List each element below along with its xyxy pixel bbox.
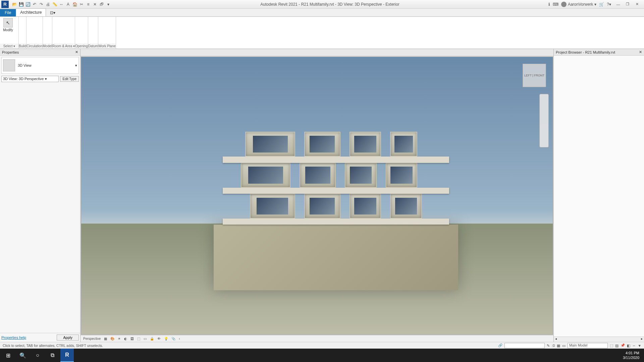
temp-hide-icon[interactable]: 👁 (157, 337, 161, 341)
main-model-dropdown[interactable]: Main Model (568, 343, 608, 348)
properties-help-link[interactable]: Properties help (1, 336, 26, 340)
qat-switch-icon[interactable]: 🗗 (99, 1, 105, 7)
status-hint: Click to select, TAB for alternates, CTR… (3, 344, 103, 348)
browser-tree[interactable] (554, 56, 644, 337)
search-icon[interactable]: 🔍 (16, 349, 30, 362)
crop-region-icon[interactable]: ▭ (143, 337, 147, 341)
filter-icon[interactable]: ▼ (638, 344, 641, 348)
design-options-icon[interactable]: ▦ (557, 344, 560, 348)
qat-dim-icon[interactable]: ↔ (58, 1, 64, 7)
window-restore[interactable]: ❐ (623, 1, 632, 8)
ribbon-tab-architecture[interactable]: Architecture (16, 8, 46, 16)
detail-level-icon[interactable]: ▦ (103, 337, 108, 341)
model-groups-icon[interactable]: ▭ (562, 344, 566, 348)
title-bar: R 📂 💾 🔄 ↶ ↷ 🖨 📏 ↔ A 🏠 ✂ ≡ ✕ 🗗 ▾ Autodesk… (0, 0, 644, 9)
clock-date: 3/11/2020 (623, 355, 639, 360)
ribbon-expander-icon[interactable]: ⊡▾ (46, 9, 59, 16)
render-icon[interactable]: 🖼 (130, 337, 135, 341)
qat-open-icon[interactable]: 📂 (11, 1, 17, 7)
main-row: Properties ✕ 3D View ▾ 3D View: 3D Persp… (0, 49, 644, 342)
select-underlay-icon[interactable]: ▨ (615, 344, 619, 348)
ribbon-tabs: File Architecture ⊡▾ (0, 9, 644, 17)
panel-label-build: Build (19, 44, 26, 49)
panel-label-workplane: Work Plane (98, 44, 116, 49)
user-chip[interactable]: AaronVorwerk ▾ (561, 2, 596, 7)
browser-header[interactable]: Project Browser - R21 Multifamily.rvt ✕ (554, 49, 644, 56)
window-minimize[interactable]: — (614, 1, 623, 8)
properties-title: Properties (2, 50, 19, 54)
title-right-cluster: ℹ ⌨ AaronVorwerk ▾ 🛒 ?▾ — ❐ ✕ (548, 1, 641, 8)
infocenter-icon[interactable]: ℹ (548, 2, 550, 7)
selection-count: :0 (552, 344, 555, 348)
lock-icon[interactable]: 🔒 (149, 337, 155, 341)
modify-tool[interactable]: ↖ Modify (1, 17, 15, 33)
panel-label-opening: Opening (75, 44, 88, 49)
user-name: AaronVorwerk (568, 2, 593, 7)
shadows-icon[interactable]: ◐ (123, 337, 128, 341)
navigation-bar[interactable] (539, 94, 549, 147)
clock-time: 4:01 PM (623, 351, 639, 355)
visual-style-icon[interactable]: 🎨 (110, 337, 115, 341)
panel-label-circulation: Circulation (26, 44, 42, 49)
editable-icon[interactable]: ✎ (547, 344, 550, 348)
qat-print-icon[interactable]: 🖨 (45, 1, 51, 7)
3d-canvas[interactable]: LEFT | FRONT (81, 57, 553, 335)
qat-redo-icon[interactable]: ↷ (38, 1, 44, 7)
instance-dropdown[interactable]: 3D View: 3D Perspective ▾ (1, 76, 59, 82)
close-icon[interactable]: ✕ (639, 50, 642, 54)
edit-type-button[interactable]: Edit Type (60, 76, 79, 82)
constraints-icon[interactable]: 📎 (171, 337, 176, 341)
panel-label-datum: Datum (88, 44, 98, 49)
cart-icon[interactable]: 🛒 (599, 2, 604, 7)
browser-scrollbar[interactable]: ◂▸ (554, 337, 644, 342)
sun-path-icon[interactable]: ☀ (117, 337, 121, 341)
crop-icon[interactable]: ⬚ (137, 337, 141, 341)
keytips-icon[interactable]: ⌨ (553, 2, 558, 7)
qat-close-icon[interactable]: ✕ (92, 1, 98, 7)
project-browser: Project Browser - R21 Multifamily.rvt ✕ … (553, 49, 644, 342)
reveal-icon[interactable]: 💡 (163, 337, 169, 341)
properties-panel: Properties ✕ 3D View ▾ 3D View: 3D Persp… (0, 49, 80, 342)
qat-measure-icon[interactable]: 📏 (52, 1, 58, 7)
file-tab[interactable]: File (0, 9, 16, 16)
qat-sync-icon[interactable]: 🔄 (25, 1, 31, 7)
select-face-icon[interactable]: ◧ (627, 344, 630, 348)
properties-header[interactable]: Properties ✕ (0, 49, 80, 56)
taskbar-revit[interactable]: R (60, 349, 74, 362)
app-logo: R (1, 1, 9, 8)
chevron-down-icon: ▾ (594, 2, 596, 7)
workset-icon[interactable]: 🔗 (498, 343, 502, 348)
view-cube[interactable]: LEFT | FRONT (523, 64, 546, 87)
apply-button[interactable]: Apply (57, 335, 79, 341)
qat-thin-icon[interactable]: ≡ (85, 1, 91, 7)
window-close[interactable]: ✕ (633, 1, 641, 8)
qat-3d-icon[interactable]: 🏠 (72, 1, 78, 7)
building-model (223, 118, 449, 290)
scale-label[interactable]: Perspective (83, 337, 101, 341)
select-links-icon[interactable]: ⬚ (610, 344, 613, 348)
qat-section-icon[interactable]: ✂ (78, 1, 85, 7)
select-pinned-icon[interactable]: 📌 (621, 343, 625, 348)
qat-undo-icon[interactable]: ↶ (32, 1, 38, 7)
workset-dropdown[interactable] (504, 343, 545, 348)
qat-save-icon[interactable]: 💾 (18, 1, 24, 7)
chevron-left-icon[interactable]: ‹ (178, 337, 180, 341)
type-selector[interactable]: 3D View ▾ (1, 57, 79, 74)
start-button[interactable]: ⊞ (1, 349, 15, 362)
drag-icon[interactable]: ↔ (632, 344, 636, 348)
panel-label-room-area[interactable]: Room & Area ▾ (52, 44, 75, 49)
task-view-icon[interactable]: ⧉ (46, 349, 59, 362)
qat-text-icon[interactable]: A (65, 1, 71, 7)
cortana-icon[interactable]: ○ (31, 349, 44, 362)
help-icon[interactable]: ?▾ (607, 2, 611, 7)
avatar-icon (561, 2, 567, 7)
system-tray[interactable]: 4:01 PM 3/11/2020 (623, 351, 643, 360)
cursor-icon: ↖ (3, 18, 13, 27)
window-title: Autodesk Revit 2021 - R21 Multifamily.rv… (111, 2, 548, 7)
qat-dropdown-icon[interactable]: ▾ (105, 1, 111, 7)
panel-label-select[interactable]: Select ▾ (0, 44, 18, 49)
quick-access-toolbar: 📂 💾 🔄 ↶ ↷ 🖨 📏 ↔ A 🏠 ✂ ≡ ✕ 🗗 ▾ (11, 1, 111, 7)
view-control-bar: Perspective ▦ 🎨 ☀ ◐ 🖼 ⬚ ▭ 🔒 👁 💡 📎 ‹ (80, 335, 553, 342)
view-area: LEFT | FRONT Perspective ▦ 🎨 ☀ ◐ 🖼 ⬚ ▭ 🔒… (80, 49, 553, 342)
close-icon[interactable]: ✕ (75, 50, 78, 54)
